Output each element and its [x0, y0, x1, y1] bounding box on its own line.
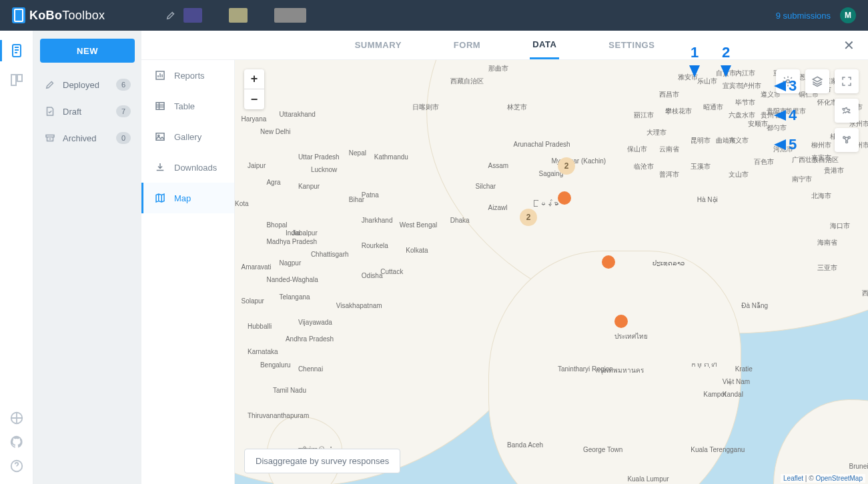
- datanav-downloads[interactable]: Downloads: [141, 152, 234, 183]
- map-canvas[interactable]: New DelhiKathmanduJaipurLucknowKanpurPat…: [235, 60, 868, 484]
- count-badge: 7: [116, 105, 131, 117]
- map-city-label: 毕节市: [735, 98, 755, 107]
- cluster-icon: [841, 134, 853, 146]
- rocket-icon[interactable]: [165, 9, 177, 21]
- osm-link[interactable]: OpenStreetMap: [815, 475, 863, 482]
- map-city-label: Odisha: [362, 272, 383, 279]
- map-heatmap-button[interactable]: [835, 99, 859, 123]
- map-city-label: West Bengal: [400, 221, 438, 229]
- svg-rect-8: [156, 133, 164, 141]
- map-city-label: India: [286, 229, 300, 237]
- map-city-label: 云南省: [659, 145, 679, 154]
- logo[interactable]: KoBoToolbox: [12, 7, 105, 23]
- map-city-label: Kuala Terengganu: [691, 446, 745, 453]
- sidebar-item-label: Archived: [63, 133, 97, 143]
- map-city-label: 贵港市: [824, 166, 844, 175]
- map-city-label: Amaravati: [241, 263, 271, 271]
- map-fullscreen-button[interactable]: [835, 69, 859, 93]
- map-city-label: 兴义市: [729, 136, 749, 145]
- map-marker[interactable]: [614, 315, 628, 328]
- annotation-callout: 4: [774, 107, 797, 124]
- map-city-label: ประเทศไทย: [614, 331, 648, 341]
- topbar-icons: [165, 8, 306, 23]
- github-icon[interactable]: [9, 435, 24, 449]
- map-city-label: Madhya Pradesh: [266, 238, 317, 245]
- map-layers-button[interactable]: [805, 69, 829, 93]
- map-city-label: 普洱市: [659, 170, 679, 179]
- map-cluster-button[interactable]: [835, 128, 859, 152]
- map-city-label: 都匀市: [767, 123, 787, 133]
- zoom-control: + −: [244, 69, 264, 109]
- map-city-label: ປະເທດລາວ: [653, 259, 685, 267]
- tab-form[interactable]: FORM: [451, 32, 483, 58]
- tab-summary[interactable]: SUMMARY: [352, 32, 404, 58]
- tab-data[interactable]: DATA: [530, 31, 559, 59]
- map-city-label: မြန်မာ: [539, 200, 559, 207]
- map-city-label: Bihar: [349, 196, 364, 203]
- draft-icon: [44, 105, 56, 117]
- tabbar: SUMMARY FORM DATA SETTINGS ✕: [141, 31, 868, 60]
- data-nav: Reports Table Gallery Downloads Map: [141, 60, 235, 484]
- sidebar-item-deployed[interactable]: Deployed 6: [40, 73, 135, 96]
- source-icon[interactable]: [9, 411, 24, 425]
- map-city-label: Jharkhand: [362, 217, 393, 224]
- map-city-label: Chhattisgarh: [311, 251, 349, 258]
- map-city-label: 林芝市: [507, 103, 527, 112]
- new-button[interactable]: NEW: [40, 39, 135, 63]
- map-city-label: Silchar: [476, 183, 496, 190]
- datanav-gallery[interactable]: Gallery: [141, 121, 234, 152]
- map-city-label: 昆明市: [691, 136, 711, 145]
- disaggregate-button[interactable]: Disaggregate by survey responses: [244, 449, 400, 473]
- rail-library[interactable]: [9, 72, 25, 88]
- tab-settings[interactable]: SETTINGS: [606, 32, 657, 58]
- map-city-label: Kathmandu: [374, 153, 408, 161]
- avatar[interactable]: M: [840, 7, 856, 23]
- datanav-map[interactable]: Map: [141, 183, 234, 213]
- submissions-count[interactable]: 9 submissions: [776, 11, 831, 21]
- map-city-label: Lucknow: [311, 166, 337, 173]
- map-city-label: 乐山市: [697, 77, 717, 86]
- map-marker[interactable]: [602, 255, 615, 269]
- map-city-label: 安顺市: [748, 119, 768, 129]
- datanav-label: Table: [174, 101, 195, 111]
- map-city-label: 那曲市: [488, 64, 508, 73]
- map-city-label: Solapur: [241, 297, 264, 305]
- leaflet-link[interactable]: Leaflet: [783, 475, 803, 482]
- annotation-callout: 1: [689, 44, 700, 77]
- map-city-label: Kolkata: [406, 247, 428, 254]
- table-icon: [154, 100, 166, 112]
- sidebar-item-archived[interactable]: Archived 0: [40, 127, 135, 149]
- close-icon[interactable]: ✕: [843, 37, 855, 53]
- color-swatch-3: [274, 8, 306, 23]
- map-city-label: 昭通市: [703, 103, 723, 112]
- map-cluster[interactable]: 2: [520, 209, 537, 226]
- zoom-in-button[interactable]: +: [244, 69, 264, 89]
- map-city-label: Kuala Lumpur: [627, 475, 669, 483]
- datanav-reports[interactable]: Reports: [141, 60, 234, 91]
- map-city-label: 攀枝花市: [665, 107, 692, 116]
- logo-mark-icon: [12, 7, 25, 23]
- map-city-label: Jaipur: [248, 162, 266, 169]
- datanav-table[interactable]: Table: [141, 91, 234, 121]
- map-controls-stack: [835, 99, 859, 152]
- zoom-out-button[interactable]: −: [244, 89, 264, 109]
- map-city-label: Bhopal: [266, 221, 287, 229]
- datanav-label: Downloads: [174, 163, 217, 173]
- map-city-label: Hubballi: [248, 323, 272, 330]
- map-city-label: 西昌市: [659, 90, 679, 99]
- annotation-callout: 5: [774, 136, 797, 153]
- map-city-label: Nanded-Waghala: [266, 276, 318, 283]
- map-city-label: 保山市: [627, 145, 647, 154]
- map-city-label: 内江市: [735, 69, 755, 78]
- topbar: KoBoToolbox 9 submissions M: [0, 0, 868, 31]
- sidebar-item-label: Draft: [63, 107, 81, 117]
- svg-rect-5: [46, 135, 54, 137]
- map-marker[interactable]: [558, 191, 571, 205]
- map-city-label: Uttarakhand: [279, 111, 315, 118]
- sidebar-item-draft[interactable]: Draft 7: [40, 100, 135, 123]
- help-icon[interactable]: [9, 459, 24, 473]
- reports-icon: [154, 69, 166, 81]
- map-city-label: 泸州市: [741, 81, 761, 91]
- rail-forms[interactable]: [9, 43, 25, 59]
- map-city-label: Tamil Nadu: [273, 387, 306, 394]
